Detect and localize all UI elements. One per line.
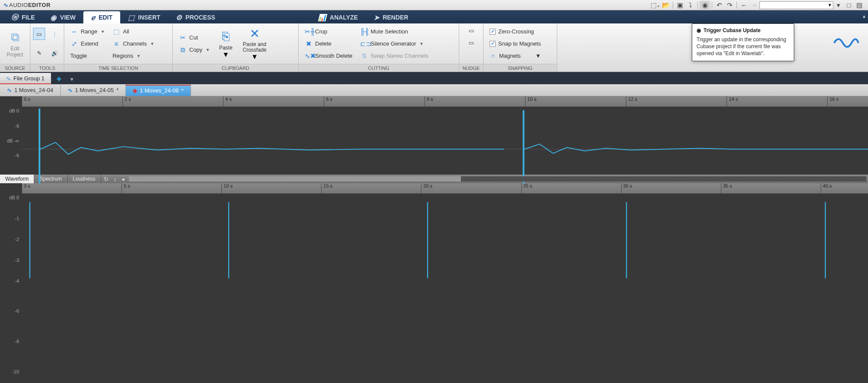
redo-icon[interactable]: ↷ <box>724 1 735 10</box>
db-label: -6 <box>15 308 19 314</box>
nav-back-icon[interactable]: ← <box>739 1 749 10</box>
edit-project-icon: ⧉ <box>11 30 20 45</box>
file-tab-1[interactable]: ∿1 Moves_24-05* <box>61 85 126 96</box>
zero-crossing-checkbox[interactable]: ✓Zero-Crossing <box>487 26 543 37</box>
ruler-tick: 25 s <box>521 183 533 193</box>
app-title-suffix: EDITOR <box>28 2 51 8</box>
filegroup-tab[interactable]: ∿ File Group 1 <box>0 73 51 84</box>
ruler-tick: 2 s <box>122 96 131 106</box>
tool-play-icon[interactable]: 🔊 <box>49 47 61 59</box>
file-tab-0[interactable]: ∿1 Moves_24-04 <box>0 85 61 96</box>
overview-scrollbar[interactable] <box>129 176 866 182</box>
ribbon-tab-edit[interactable]: ℯEDIT <box>83 11 120 23</box>
mute-selection-button[interactable]: ╟╢Mute Selection <box>358 26 431 37</box>
snap-magnets-checkbox[interactable]: ✓Snap to Magnets <box>487 38 543 50</box>
undo-icon[interactable]: ↶ <box>714 1 724 10</box>
range-button[interactable]: ↔Range▼ <box>68 26 107 37</box>
delete-button[interactable]: ✖Delete <box>302 38 355 50</box>
tool-pencil-icon[interactable]: ✎ <box>33 47 45 59</box>
extend-button[interactable]: ⤢Extend <box>68 38 107 50</box>
edit-project-button[interactable]: ⧉ Edit Project <box>3 26 26 61</box>
ribbon-tab-insert[interactable]: ⬚INSERT <box>120 11 168 23</box>
swap-stereo-button[interactable]: ⇅Swap Stereo Channels <box>358 50 431 62</box>
modified-icon: * <box>181 87 184 94</box>
ruler-tick: 15 s <box>321 183 332 193</box>
save-icon[interactable]: ▣ <box>675 1 685 10</box>
paste-crossfade-icon: ✕ <box>250 26 260 41</box>
group-label-time-selection: TIME SELECTION <box>64 64 172 72</box>
cut-button[interactable]: ✂Cut <box>176 32 212 43</box>
modified-icon: * <box>116 87 118 93</box>
select-all-button[interactable]: ⬚All <box>110 26 157 37</box>
title-bar: ∿ AUDIO EDITOR ⬚₊ 📂 ▣ ⤵ ◉ ↶ ↷ ← → ▼ ▾ □ … <box>0 0 868 10</box>
tooltip-icon: ◉ <box>697 27 701 33</box>
maximize-icon[interactable]: □ <box>844 1 854 10</box>
db-label: dB 0 <box>9 108 19 113</box>
ruler-tick: 5 s <box>122 183 130 193</box>
magnets-button[interactable]: ∩Magnets▼ <box>487 50 543 62</box>
ruler-tick: 14 s <box>727 96 738 106</box>
ribbon-tab-process[interactable]: ⚙PROCESS <box>168 11 223 23</box>
open-file-icon[interactable]: 📂 <box>661 1 671 10</box>
db-label: -4 <box>15 278 19 284</box>
paste-button[interactable]: ⎘ Paste ▼ <box>215 26 237 61</box>
channels-button[interactable]: ≡Channels▼ <box>110 38 157 50</box>
paste-icon: ⎘ <box>222 29 230 44</box>
tooltip-trigger-cubase: ◉Trigger Cubase Update Trigger an update… <box>692 23 794 61</box>
regions-button[interactable]: Regions▼ <box>110 50 157 62</box>
file-tab-2[interactable]: ◆1 Moves_24-06* <box>126 85 191 96</box>
db-label: -2 <box>15 237 19 242</box>
scrollbar-thumb[interactable] <box>129 176 460 182</box>
toggle-button[interactable]: Toggle <box>68 50 107 62</box>
lower-waveform[interactable] <box>22 194 868 278</box>
copy-icon: ⧉ <box>179 46 187 54</box>
tool-spectrum-icon[interactable]: ⦚ <box>49 28 61 40</box>
db-label: -10 <box>12 369 19 374</box>
edit-project-label: Edit Project <box>7 46 23 57</box>
history-dropdown[interactable]: ▼ <box>760 1 833 9</box>
tooltip-body: Trigger an update in the corresponding C… <box>697 36 789 57</box>
channels-icon: ≡ <box>112 40 120 47</box>
new-file-icon[interactable]: ⬚₊ <box>650 1 661 10</box>
db-label: -3 <box>15 258 19 263</box>
ruler-tick: 10 s <box>221 183 233 193</box>
group-label-clipboard: CLIPBOARD <box>173 64 298 72</box>
filegroup-add-icon[interactable]: ✚ <box>54 74 64 84</box>
customize-icon[interactable]: ▾ <box>833 1 844 10</box>
save-as-icon[interactable]: ⤵ <box>685 1 696 10</box>
range-icon: ↔ <box>70 28 78 35</box>
paste-crossfade-label: Paste and Crossfade <box>243 42 266 53</box>
smooth-delete-button[interactable]: ∿✖Smooth Delete <box>302 50 355 62</box>
nav-forward-icon[interactable]: → <box>749 1 760 10</box>
ribbon-tab-analyze[interactable]: 📊ANALYZE <box>310 11 366 23</box>
copy-button[interactable]: ⧉Copy▼ <box>176 44 212 56</box>
lower-ruler[interactable]: 0 s 5 s 10 s 15 s 20 s 25 s 30 s 35 s 40… <box>22 183 868 194</box>
ribbon-tab-file[interactable]: ⓦFILE <box>3 11 43 23</box>
paste-label: Paste <box>219 45 233 51</box>
filegroup-icon: ∿ <box>6 75 11 82</box>
extend-icon: ⤢ <box>70 40 78 48</box>
crop-button[interactable]: ✂╫Crop <box>302 26 355 37</box>
upper-ruler[interactable]: 0 s 2 s 4 s 6 s 8 s 10 s 12 s 14 s 16 s <box>22 96 868 107</box>
smooth-delete-icon: ∿✖ <box>305 52 312 60</box>
ribbon-tab-render[interactable]: ➤RENDER <box>366 11 416 23</box>
ruler-tick: 20 s <box>421 183 432 193</box>
tool-selection-icon[interactable]: ▭ <box>33 28 45 40</box>
layout-icon[interactable]: ▤ <box>854 1 865 10</box>
paste-crossfade-button[interactable]: ✕ Paste and Crossfade ▼ <box>239 26 270 61</box>
nudge-left-icon[interactable]: ▭ <box>465 25 477 36</box>
silence-generator-button[interactable]: ⊏⊐Silence Generator▼ <box>358 38 431 50</box>
wave-icon: ∿ <box>7 87 12 93</box>
filegroup-label: File Group 1 <box>13 75 45 82</box>
ribbon-tab-view[interactable]: ◉VIEW <box>43 11 83 23</box>
db-label: dB -∞ <box>7 138 19 143</box>
brand-wave-icon <box>833 32 859 54</box>
ribbon-collapse-icon[interactable]: ▴ <box>863 13 865 19</box>
nudge-right-icon[interactable]: ▭ <box>465 37 477 48</box>
lower-db-scale: dB 0 -1 -2 -3 -4 -6 -8 -10 <box>0 194 22 383</box>
cut-icon: ✂ <box>179 34 187 42</box>
ruler-tick: 16 s <box>827 96 838 106</box>
group-label-tools: TOOLS <box>30 64 64 72</box>
filegroup-menu-icon[interactable]: ▾ <box>67 74 77 84</box>
trigger-cubase-update-icon[interactable]: ◉ <box>700 1 710 10</box>
